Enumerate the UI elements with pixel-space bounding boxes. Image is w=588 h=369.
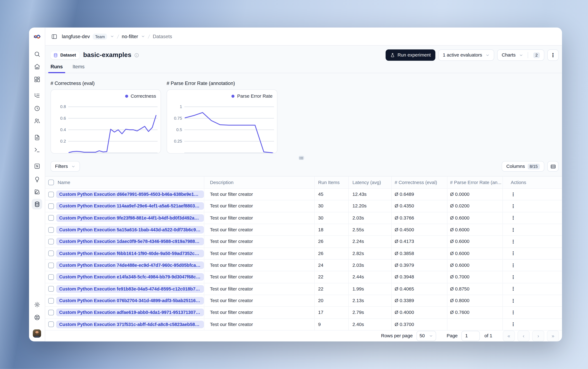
run-latency: 2.44s	[349, 271, 392, 283]
column-header-desc[interactable]: Description	[204, 176, 315, 188]
row-actions-menu-button[interactable]: ⋮	[511, 298, 516, 303]
tab-runs[interactable]: Runs	[50, 64, 63, 73]
row-checkbox[interactable]	[48, 310, 54, 315]
breadcrumb-org[interactable]: langfuse-dev	[62, 34, 90, 39]
run-name-link[interactable]: Custom Python Execution 5a15a616-1bab-44…	[56, 226, 204, 234]
datasets-icon[interactable]	[32, 199, 42, 209]
run-items-count: 22	[315, 271, 349, 283]
table-row: Custom Python Execution fe91b83e-04a5-47…	[45, 283, 562, 295]
row-checkbox[interactable]	[48, 298, 54, 304]
row-actions-menu-button[interactable]: ⋮	[511, 251, 516, 256]
row-checkbox[interactable]	[48, 262, 54, 268]
page-number-input[interactable]: 1	[461, 331, 480, 341]
row-actions-menu-button[interactable]: ⋮	[511, 215, 516, 220]
row-actions-menu-button[interactable]: ⋮	[511, 227, 516, 232]
run-name-link[interactable]: Custom Python Execution 371f531c-abff-4d…	[56, 321, 204, 328]
charts-section: # Correctness (eval) 0.20.40.60.8 Correc…	[50, 80, 557, 154]
more-actions-button[interactable]: ⋮	[547, 50, 559, 61]
run-name-link[interactable]: Custom Python Execution adfae619-abb0-4d…	[56, 309, 204, 316]
chart-legend: Parse Error Rate	[232, 93, 273, 99]
column-header-name[interactable]: Name	[55, 176, 204, 188]
active-evaluators-dropdown[interactable]: 1 active evaluators	[438, 50, 494, 61]
row-actions-menu-button[interactable]: ⋮	[511, 192, 516, 197]
row-checkbox[interactable]	[48, 274, 54, 280]
tab-items[interactable]: Items	[73, 64, 85, 73]
run-name-link[interactable]: Custom Python Execution 114aa9ef-29e6-4e…	[56, 202, 204, 210]
column-header-parse[interactable]: # Parse Error Rate (an...	[447, 176, 503, 188]
run-name-link[interactable]: Custom Python Execution f6bb1614-1f90-40…	[56, 250, 204, 257]
row-actions-menu-button[interactable]: ⋮	[511, 204, 516, 208]
evaluation-icon[interactable]	[32, 161, 42, 171]
info-icon[interactable]	[134, 53, 139, 57]
breadcrumb-section[interactable]: Datasets	[153, 34, 172, 39]
select-all-checkbox[interactable]	[48, 180, 54, 185]
run-name-link[interactable]: Custom Python Execution 9fe23f98-881e-44…	[56, 214, 204, 222]
filters-button[interactable]: Filters	[50, 161, 80, 172]
column-header-act[interactable]: Actions	[503, 176, 562, 188]
prev-page-button[interactable]: ‹	[518, 330, 530, 341]
row-checkbox[interactable]	[48, 192, 54, 197]
run-name-link[interactable]: Custom Python Execution 1daec0f9-5e78-43…	[56, 238, 204, 246]
row-actions-cell: ⋮	[503, 295, 562, 307]
next-page-button[interactable]: ›	[532, 330, 544, 341]
run-name-link[interactable]: Custom Python Execution 74de488e-ec9d-47…	[56, 261, 204, 269]
users-icon[interactable]	[32, 115, 42, 126]
user-avatar[interactable]	[33, 329, 41, 338]
row-actions-menu-button[interactable]: ⋮	[511, 263, 516, 268]
column-header-corr[interactable]: # Correctness (eval)	[392, 176, 447, 188]
row-checkbox[interactable]	[48, 215, 54, 221]
row-actions-menu-button[interactable]: ⋮	[511, 322, 516, 327]
settings-icon[interactable]	[32, 299, 42, 310]
annotation-icon[interactable]	[32, 186, 42, 197]
column-header-run[interactable]: Run Items	[315, 176, 349, 188]
sidebar-toggle-icon[interactable]	[51, 33, 57, 39]
row-checkbox[interactable]	[48, 239, 54, 245]
row-actions-menu-button[interactable]: ⋮	[511, 275, 516, 279]
last-page-button[interactable]: »	[547, 330, 559, 341]
project-switcher-chevron-icon[interactable]	[141, 34, 145, 39]
rows-per-page-select[interactable]: 50	[417, 331, 436, 341]
row-checkbox[interactable]	[48, 227, 54, 233]
run-items-count: 26	[315, 248, 349, 259]
row-actions-cell: ⋮	[503, 201, 562, 212]
columns-button[interactable]: Columns 8/15	[502, 161, 544, 172]
first-page-button[interactable]: «	[503, 330, 515, 341]
run-parse-error-avg: Ø 0.6000	[447, 248, 503, 259]
row-actions-menu-button[interactable]: ⋮	[511, 310, 516, 315]
charts-toggle-button[interactable]: Charts 2	[497, 50, 544, 61]
row-actions-cell: ⋮	[503, 224, 562, 236]
home-icon[interactable]	[32, 61, 42, 72]
row-select-cell	[45, 295, 55, 307]
row-checkbox[interactable]	[48, 203, 54, 209]
run-name-link[interactable]: Custom Python Execution e14fa348-5cfc-49…	[56, 273, 204, 281]
correctness-chart: # Correctness (eval) 0.20.40.60.8 Correc…	[50, 80, 161, 154]
langfuse-logo-icon[interactable]	[33, 33, 41, 40]
row-checkbox[interactable]	[48, 322, 54, 327]
prompts-icon[interactable]	[32, 132, 42, 143]
run-name-link[interactable]: Custom Python Execution 076b2704-341d-48…	[56, 297, 204, 305]
run-name-link[interactable]: Custom Python Execution d66e7991-8595-45…	[56, 191, 204, 198]
insights-icon[interactable]	[32, 174, 42, 184]
support-icon[interactable]	[32, 312, 42, 323]
tracing-icon[interactable]	[32, 90, 42, 101]
sessions-icon[interactable]	[32, 103, 42, 113]
breadcrumb-project[interactable]: no-filter	[122, 34, 138, 39]
row-checkbox[interactable]	[48, 251, 54, 256]
run-name-cell: Custom Python Execution adfae619-abb0-4d…	[55, 307, 204, 318]
run-correctness-avg: Ø 0.6489	[392, 189, 447, 200]
org-switcher-chevron-icon[interactable]	[110, 34, 114, 39]
column-header-lat[interactable]: Latency (avg)	[349, 176, 392, 188]
splitter-drag-handle[interactable]	[299, 156, 304, 160]
row-height-button[interactable]	[547, 161, 559, 172]
row-actions-menu-button[interactable]: ⋮	[511, 287, 516, 291]
playground-icon[interactable]	[32, 144, 42, 155]
run-name-link[interactable]: Custom Python Execution fe91b83e-04a5-47…	[56, 285, 204, 293]
search-icon[interactable]	[32, 49, 42, 59]
dashboards-icon[interactable]	[32, 74, 42, 84]
row-actions-menu-button[interactable]: ⋮	[511, 239, 516, 244]
select-all-cell	[45, 176, 55, 188]
row-checkbox[interactable]	[48, 286, 54, 292]
flask-icon	[390, 53, 395, 57]
run-experiment-button[interactable]: Run experiment	[385, 50, 435, 61]
row-actions-cell: ⋮	[503, 283, 562, 295]
